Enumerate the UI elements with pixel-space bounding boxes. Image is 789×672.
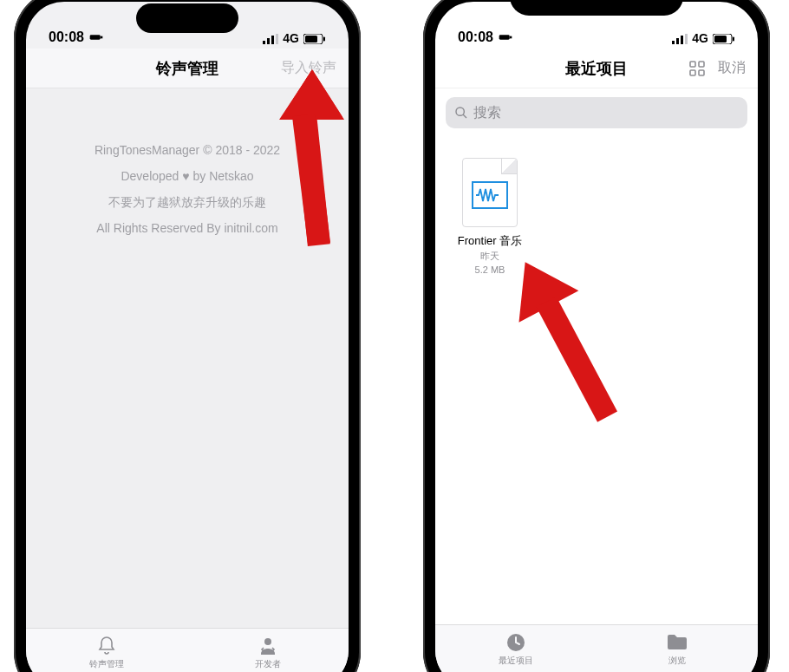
- screen-right: 00:08 4G 0 KB/s 0 KB/s 最近项目 取消 搜索: [435, 2, 758, 672]
- svg-rect-0: [90, 35, 101, 39]
- status-time: 00:08: [49, 29, 84, 45]
- dynamic-island: [136, 3, 238, 33]
- status-time-area: 00:08: [458, 29, 512, 45]
- file-size: 5.2 MB: [453, 264, 527, 276]
- signal-icon: [263, 34, 278, 44]
- nav-bar: 最近项目 取消: [435, 49, 758, 88]
- svg-rect-21: [690, 70, 695, 75]
- svg-rect-13: [676, 38, 679, 44]
- notch: [510, 0, 683, 16]
- file-item[interactable]: Frontier 音乐 昨天 5.2 MB: [453, 158, 527, 276]
- developer-icon: [258, 636, 278, 656]
- page-title: 最近项目: [565, 58, 628, 79]
- search-icon: [454, 106, 468, 120]
- svg-rect-10: [499, 35, 510, 39]
- audio-file-icon: [462, 158, 518, 227]
- tab-browse[interactable]: 浏览: [638, 632, 716, 667]
- svg-rect-17: [714, 36, 727, 42]
- nav-right-group: 取消: [688, 59, 746, 77]
- view-grid-icon[interactable]: [688, 60, 706, 77]
- tab-label: 浏览: [668, 655, 686, 667]
- file-date: 昨天: [453, 250, 527, 262]
- search-input[interactable]: 搜索: [446, 97, 747, 128]
- svg-rect-14: [681, 36, 683, 44]
- airplane-small-icon: [89, 32, 103, 42]
- carrier-label: 4G: [283, 31, 299, 45]
- svg-rect-15: [685, 34, 688, 44]
- svg-rect-12: [672, 41, 675, 44]
- waveform-icon: [475, 186, 505, 204]
- status-right: 4G: [672, 31, 735, 45]
- about-text: RingTonesManager © 2018 - 2022 Developed…: [26, 88, 349, 241]
- content-area: RingTonesManager © 2018 - 2022 Developed…: [26, 88, 349, 628]
- tab-label: 最近项目: [499, 655, 533, 667]
- svg-rect-11: [510, 36, 512, 39]
- file-grid: Frontier 音乐 昨天 5.2 MB: [435, 134, 758, 624]
- svg-line-24: [463, 114, 466, 118]
- svg-rect-1: [101, 36, 103, 39]
- folder-icon: [666, 632, 688, 653]
- signal-icon: [672, 34, 688, 44]
- tab-bar: 最近项目 浏览: [435, 624, 758, 672]
- status-time: 00:08: [458, 29, 493, 45]
- tab-label: 开发者: [255, 658, 281, 670]
- svg-rect-5: [276, 34, 278, 44]
- status-right: 4G: [263, 31, 326, 45]
- phone-mockup-left: 00:08 4G 0 KB/s 0 KB/s 铃声管理 导入铃声 RingTon…: [14, 0, 361, 672]
- battery-icon: [713, 34, 735, 44]
- tab-label: 铃声管理: [89, 658, 124, 670]
- svg-rect-8: [323, 37, 325, 42]
- search-wrap: 搜索: [435, 88, 758, 134]
- page-title: 铃声管理: [156, 58, 218, 79]
- file-name: Frontier 音乐: [453, 234, 527, 248]
- svg-rect-20: [699, 62, 704, 67]
- clock-icon: [505, 632, 526, 653]
- svg-point-9: [264, 638, 271, 645]
- about-line-4: All Rights Reserved By initnil.com: [26, 215, 349, 241]
- about-line-2: Developed ♥ by Netskao: [26, 163, 349, 189]
- bell-icon: [96, 636, 117, 656]
- tab-developer[interactable]: 开发者: [229, 636, 307, 670]
- svg-rect-22: [699, 70, 704, 75]
- screen-left: 00:08 4G 0 KB/s 0 KB/s 铃声管理 导入铃声 RingTon…: [26, 2, 349, 672]
- airplane-small-icon: [499, 32, 512, 42]
- about-line-3: 不要为了越狱放弃升级的乐趣: [26, 189, 349, 215]
- status-time-area: 00:08: [49, 29, 103, 45]
- file-grid-area: Frontier 音乐 昨天 5.2 MB: [435, 134, 758, 624]
- svg-rect-4: [271, 36, 274, 44]
- svg-point-23: [456, 108, 464, 115]
- svg-rect-2: [263, 41, 265, 44]
- phone-mockup-right: 00:08 4G 0 KB/s 0 KB/s 最近项目 取消 搜索: [423, 0, 770, 672]
- search-placeholder: 搜索: [473, 104, 501, 122]
- carrier-label: 4G: [692, 31, 708, 45]
- about-line-1: RingTonesManager © 2018 - 2022: [26, 137, 349, 163]
- svg-rect-19: [690, 62, 695, 67]
- cancel-button[interactable]: 取消: [718, 59, 746, 77]
- nav-bar: 铃声管理 导入铃声: [26, 49, 349, 88]
- tab-bar: 铃声管理 开发者: [26, 628, 349, 672]
- tab-ringtone-manage[interactable]: 铃声管理: [68, 636, 146, 670]
- svg-rect-7: [305, 36, 317, 42]
- import-ringtone-button[interactable]: 导入铃声: [281, 59, 336, 77]
- tab-recent[interactable]: 最近项目: [477, 632, 555, 667]
- battery-icon: [303, 34, 326, 44]
- svg-rect-3: [267, 38, 270, 44]
- svg-rect-18: [733, 37, 734, 42]
